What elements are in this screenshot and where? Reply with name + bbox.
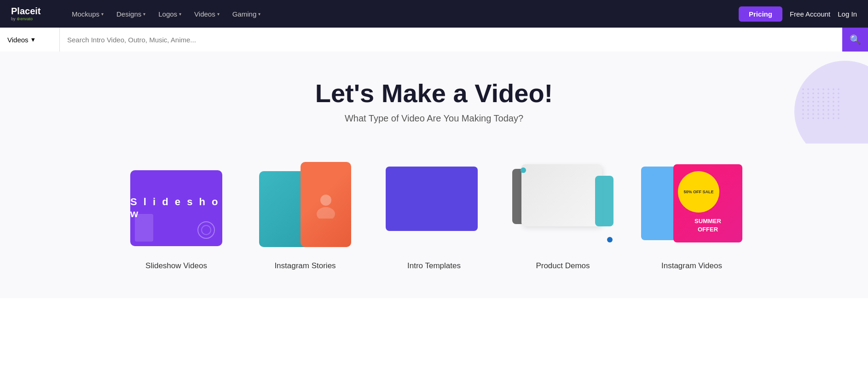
category-thumb-product xyxy=(512,162,613,254)
category-intro-templates[interactable]: Intro Templates xyxy=(383,162,485,271)
nav-item-mockups[interactable]: Mockups ▾ xyxy=(72,10,104,18)
free-account-button[interactable]: Free Account xyxy=(790,10,830,18)
svg-point-3 xyxy=(317,207,335,219)
pricing-button[interactable]: Pricing xyxy=(739,6,782,22)
logo[interactable]: Placeit by ⊕envato xyxy=(11,6,57,21)
chevron-down-icon: ▾ xyxy=(143,12,145,17)
chevron-down-icon: ▾ xyxy=(217,12,220,17)
logo-text: Placeit xyxy=(11,6,41,16)
chevron-down-icon: ▾ xyxy=(179,12,181,17)
sale-summer-text: SUMMEROFFER xyxy=(694,218,721,233)
login-button[interactable]: Log In xyxy=(838,10,857,18)
product-main xyxy=(521,164,602,226)
search-bar: Videos ▾ 🔍 xyxy=(0,28,868,52)
slideshow-circle-icon xyxy=(197,221,215,239)
product-dot-1 xyxy=(521,167,526,173)
categories-section: S l i d e s h o w Slideshow Videos xyxy=(0,144,868,298)
product-dot-2 xyxy=(607,237,613,242)
instavid-front: 50% OFF SALE SUMMEROFFER xyxy=(673,164,742,242)
insta-person-silhouette xyxy=(312,191,340,219)
chevron-down-icon: ▾ xyxy=(101,12,104,17)
category-slideshow[interactable]: S l i d e s h o w Slideshow Videos xyxy=(126,162,227,271)
svg-point-0 xyxy=(198,222,214,238)
navbar: Placeit by ⊕envato Mockups ▾ Designs ▾ L… xyxy=(0,0,868,28)
nav-items: Mockups ▾ Designs ▾ Logos ▾ Videos ▾ Gam… xyxy=(72,10,724,18)
category-thumb-instagram-videos: 50% OFF SALE SUMMEROFFER xyxy=(641,162,742,254)
intro-card-front xyxy=(386,167,478,231)
category-label-instagram-stories: Instagram Stories xyxy=(274,261,336,271)
category-label-slideshow: Slideshow Videos xyxy=(145,261,207,271)
slideshow-thumbnail: S l i d e s h o w xyxy=(130,170,222,246)
hero-section: Let's Make a Video! What Type of Video A… xyxy=(0,52,868,144)
nav-item-gaming[interactable]: Gaming ▾ xyxy=(232,10,261,18)
sale-summer-text-container: SUMMEROFFER xyxy=(694,217,721,233)
search-category-dropdown[interactable]: Videos ▾ xyxy=(0,28,60,52)
insta-card-front xyxy=(301,162,351,247)
category-label-product: Product Demos xyxy=(536,261,590,271)
chevron-down-icon: ▾ xyxy=(258,12,260,17)
logo-sub: by ⊕envato xyxy=(11,17,41,21)
intro-templates-thumbnail xyxy=(383,162,485,254)
sale-off-text: 50% OFF SALE xyxy=(683,190,713,194)
insta-front-img xyxy=(301,162,351,247)
svg-point-1 xyxy=(202,225,211,235)
slideshow-figure xyxy=(135,214,153,242)
search-button[interactable]: 🔍 xyxy=(842,28,868,52)
nav-item-logos[interactable]: Logos ▾ xyxy=(158,10,181,18)
category-label-intro: Intro Templates xyxy=(407,261,461,271)
search-input[interactable] xyxy=(60,28,842,52)
hero-subtitle: What Type of Video Are You Making Today? xyxy=(9,113,859,124)
search-icon: 🔍 xyxy=(850,34,861,45)
instagram-stories-thumbnail xyxy=(259,162,351,254)
category-instagram-videos[interactable]: 50% OFF SALE SUMMEROFFER Instagram Video… xyxy=(641,162,742,271)
svg-point-2 xyxy=(320,195,331,206)
category-product-demos[interactable]: Product Demos xyxy=(512,162,613,271)
category-instagram-stories[interactable]: Instagram Stories xyxy=(255,162,356,271)
category-label-instagram-videos: Instagram Videos xyxy=(661,261,722,271)
chevron-down-icon: ▾ xyxy=(31,35,35,44)
nav-item-videos[interactable]: Videos ▾ xyxy=(194,10,220,18)
category-thumb-instagram-stories xyxy=(255,162,356,254)
nav-item-designs[interactable]: Designs ▾ xyxy=(116,10,145,18)
instavid-sale-badge: 50% OFF SALE xyxy=(678,171,719,213)
category-thumb-slideshow: S l i d e s h o w xyxy=(126,162,227,254)
logo-envato: ⊕envato xyxy=(17,17,33,21)
hero-title: Let's Make a Video! xyxy=(9,79,859,108)
search-category-label: Videos xyxy=(7,36,29,44)
instagram-videos-thumbnail: 50% OFF SALE SUMMEROFFER xyxy=(641,162,742,254)
category-thumb-intro xyxy=(383,162,485,254)
product-side xyxy=(595,176,613,226)
nav-right: Pricing Free Account Log In xyxy=(739,6,857,22)
product-demos-thumbnail xyxy=(512,162,613,254)
